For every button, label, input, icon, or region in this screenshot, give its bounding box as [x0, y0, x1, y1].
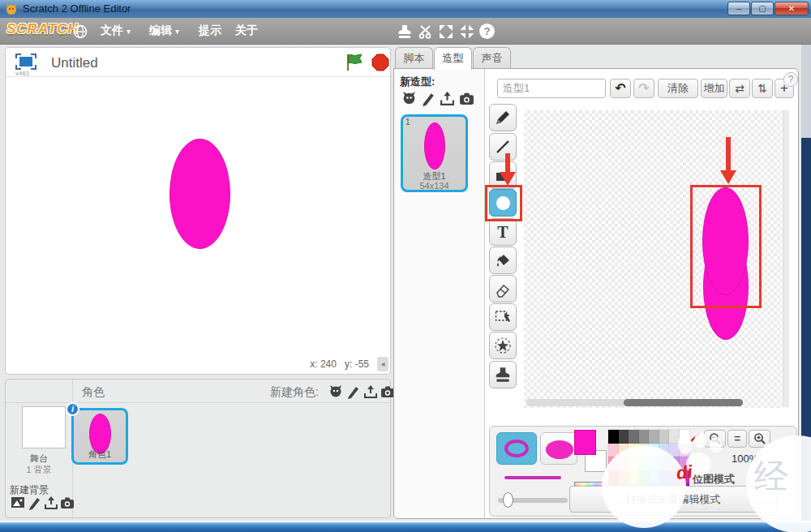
scratch-cat-icon [5, 2, 18, 15]
palette-color[interactable] [608, 430, 619, 444]
project-title[interactable]: Untitled [51, 55, 98, 71]
undo-icon: ↶ [615, 81, 625, 95]
palette-color[interactable] [629, 430, 639, 444]
backdrop-library-icon[interactable] [11, 496, 25, 509]
stage-panel: v461 Untitled x: 240 y: -55 ◂ [5, 47, 391, 375]
palette-color[interactable] [639, 430, 650, 444]
collapse-stage-button[interactable]: ◂ [377, 357, 388, 371]
flip-horizontal-icon: ⇄ [735, 82, 744, 95]
fullscreen-icon[interactable] [15, 54, 36, 70]
ellipse-filled-icon [546, 440, 573, 459]
paint-new-backdrop-icon[interactable] [28, 496, 42, 510]
fill-bucket-icon [494, 251, 512, 269]
mouse-y: -55 [355, 358, 369, 370]
upload-costume-icon[interactable] [440, 91, 455, 106]
text-icon: T [497, 223, 508, 242]
foreground-color-swatch[interactable] [574, 430, 596, 455]
camera-backdrop-icon[interactable] [60, 496, 75, 509]
upload-sprite-icon[interactable] [363, 384, 378, 399]
tool-fill[interactable] [489, 247, 517, 274]
ellipse-outline-mode-button[interactable] [496, 432, 537, 465]
collapse-left-icon: ◂ [380, 359, 384, 368]
backdrop-count: 1 背景 [6, 464, 72, 476]
menu-bar: SCRATCH 文件 ▾ 编辑 ▾ 提示 关于 ? [0, 18, 811, 45]
block-help-icon[interactable]: ? [479, 24, 495, 39]
window-bottom-border [0, 522, 811, 532]
duplicate-stamp-icon[interactable] [397, 24, 413, 40]
canvas-vscrollbar-track[interactable] [783, 110, 789, 407]
paint-canvas[interactable] [524, 110, 782, 408]
flip-horizontal-button[interactable]: ⇄ [729, 79, 750, 98]
palette-color[interactable] [659, 430, 670, 444]
mouse-coordinates: x: 240 y: -55 [310, 358, 369, 370]
maximize-button[interactable]: ▢ [751, 2, 774, 15]
redo-button[interactable]: ↷ [633, 79, 654, 98]
undo-button[interactable]: ↶ [610, 79, 631, 98]
delete-scissors-icon[interactable] [418, 24, 434, 40]
stamp-icon [494, 366, 512, 384]
tool-magic-wand[interactable] [489, 332, 517, 359]
zoom-reset-button[interactable]: = [727, 430, 747, 448]
minimize-button[interactable]: – [727, 2, 750, 15]
stage-thumbnail[interactable] [22, 406, 66, 448]
line-width-preview [504, 476, 561, 479]
tab-costumes[interactable]: 造型 [434, 47, 472, 70]
language-globe-icon[interactable] [73, 24, 88, 39]
paint-new-costume-icon[interactable] [421, 91, 436, 106]
green-flag-icon[interactable] [345, 53, 364, 72]
tool-eraser[interactable] [489, 275, 517, 302]
costume-editor-panel: 新造型: 1 造型1 54x134 ↶ ↷ 清除 增加 [393, 68, 799, 519]
tab-sounds[interactable]: 声音 [473, 47, 511, 69]
tool-text[interactable]: T [489, 218, 517, 246]
costume-name-input[interactable] [497, 79, 606, 98]
equals-icon: = [734, 432, 740, 445]
palette-color[interactable] [649, 430, 659, 444]
menu-edit[interactable]: 编辑 ▾ [149, 24, 179, 38]
tab-scripts[interactable]: 脚本 [395, 47, 433, 69]
stage-sprite-ellipse[interactable] [169, 139, 230, 249]
zoom-in-icon [753, 432, 766, 445]
watermark-faint-text: 经 [754, 454, 788, 500]
tool-line[interactable] [489, 133, 517, 161]
sprite-info-badge[interactable]: i [66, 402, 79, 416]
close-button[interactable]: ✕ [775, 2, 809, 15]
paint-new-sprite-icon[interactable] [346, 384, 361, 399]
clear-button[interactable]: 清除 [658, 79, 698, 98]
watermark-circle [602, 445, 686, 528]
menu-tips[interactable]: 提示 [199, 24, 221, 38]
menu-about[interactable]: 关于 [235, 24, 258, 38]
costume-tile-size: 54x134 [403, 181, 466, 191]
tool-stamp[interactable] [489, 361, 517, 388]
costume-tile[interactable]: 1 造型1 54x134 [401, 114, 468, 192]
tool-select[interactable] [489, 303, 517, 331]
costume-index: 1 [406, 118, 410, 127]
grow-sprite-icon[interactable] [438, 24, 454, 40]
sprite-tile[interactable]: 角色1 [71, 408, 128, 465]
add-button[interactable]: 增加 [701, 79, 727, 98]
redo-icon: ↷ [638, 81, 649, 95]
app-window: Scratch 2 Offline Editor – ▢ ✕ SCRATCH 文… [0, 0, 811, 532]
close-icon: ✕ [788, 4, 795, 13]
new-costume-label: 新造型: [400, 75, 435, 89]
upload-backdrop-icon[interactable] [44, 496, 58, 510]
canvas-hscrollbar-thumb[interactable] [624, 399, 743, 406]
select-icon [494, 308, 512, 326]
new-sprite-library-icon[interactable] [328, 384, 343, 399]
tool-brush[interactable] [489, 104, 517, 131]
sprite-pane: 角色 新建角色: 舞台 1 背景 新建背景 [5, 379, 391, 518]
flip-vertical-button[interactable]: ⇅ [752, 79, 773, 98]
version-label: v461 [15, 70, 29, 77]
line-width-slider-thumb[interactable] [503, 492, 513, 508]
stop-sign-icon[interactable] [371, 53, 390, 72]
costume-library-icon[interactable] [401, 91, 417, 106]
scratch-logo[interactable]: SCRATCH [6, 21, 79, 37]
shrink-sprite-icon[interactable] [459, 24, 475, 40]
ellipse-filled-mode-button[interactable] [540, 432, 577, 465]
menu-file[interactable]: 文件 ▾ [101, 24, 131, 38]
divider [6, 402, 392, 403]
palette-color[interactable] [619, 430, 629, 444]
camera-costume-icon[interactable] [459, 92, 474, 105]
watermark-paw-dot [710, 436, 722, 453]
paint-help-icon[interactable]: ? [783, 72, 798, 87]
chevron-down-icon: ▾ [127, 27, 131, 36]
